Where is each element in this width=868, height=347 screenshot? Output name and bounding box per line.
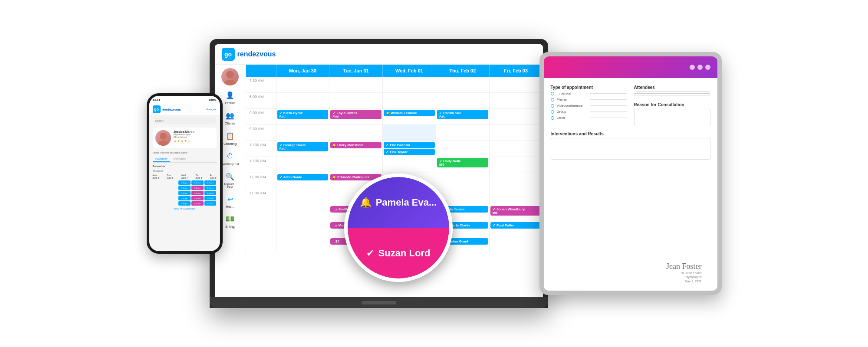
phone-tab-information[interactable]: Information <box>170 156 188 162</box>
cal-cell-mon-800 <box>276 93 330 108</box>
tablet-dot-3 <box>705 65 710 70</box>
tablet-dot-1 <box>690 65 695 70</box>
event-sub: Paid <box>332 115 379 118</box>
app-logo: go rendezvous <box>222 48 276 61</box>
phone-logo-icon: go <box>153 105 161 113</box>
cal-cell-mon-1100: John Daule <box>276 173 330 189</box>
app-logo-text: rendezvous <box>237 50 276 58</box>
tablet-sig-info: Dr. Jean Foster Psychologist May 2, 2021 <box>551 271 702 284</box>
event-name: Holly Dalle <box>439 159 486 163</box>
event-price: $95 <box>439 163 486 166</box>
svg-point-2 <box>226 71 234 79</box>
tablet-radio-video[interactable] <box>551 104 554 108</box>
event-price: $95 <box>493 211 539 214</box>
tablet-radio-phone[interactable] <box>551 98 554 101</box>
event-john-daule[interactable]: John Daule <box>277 174 329 180</box>
tablet-label-phone: Phone <box>557 98 587 101</box>
cal-time-1100: 11:00 AM <box>246 173 276 189</box>
cal-header-thu: Thu, Feb 02 <box>436 65 490 77</box>
cal-row-800: 8:00 AM <box>246 93 543 109</box>
phone-week-days: MonJune 5 TueJune 6 WedJune 7 ThuJune 8 … <box>153 174 217 179</box>
tablet-signature: Jean Foster Dr. Jean Foster Psychologist… <box>551 262 710 284</box>
event-kiera-byrne[interactable]: Kiera Byrne Paid <box>277 110 329 119</box>
event-paul-fuller[interactable]: Paul Fuller <box>490 222 542 229</box>
event-harry-mansfield[interactable]: Harry Mansfield <box>330 142 381 148</box>
event-elle-padeski[interactable]: Elle Padeski <box>384 142 435 148</box>
cal-cell-fri-later2: Paul Fuller <box>490 221 543 237</box>
tablet-attendee-line-3 <box>634 95 710 95</box>
cal-time-930: 9:30 AM <box>246 125 276 141</box>
tablet-reason-title: Reason for Consultation <box>634 102 710 107</box>
cal-cell-tue-1000: Harry Mansfield <box>329 141 383 157</box>
phone-carrier: AT&T <box>153 98 161 101</box>
cal-cell-wed-800 <box>383 93 436 108</box>
cal-cell-thu-730 <box>436 77 490 92</box>
event-name: George Davis <box>279 143 326 147</box>
phone-search[interactable]: search <box>153 117 217 124</box>
phone-battery: 100% <box>209 98 217 101</box>
event-name: Erik Taylor <box>386 150 433 154</box>
tablet-type-other: Other <box>551 116 627 120</box>
cal-cell-mon-900: Kiera Byrne Paid <box>276 109 330 124</box>
cal-header-wed: Wed, Feb 01 <box>383 65 436 77</box>
cal-cell-wed-730 <box>383 77 436 92</box>
tablet-label-video: Videoconference <box>557 104 587 108</box>
tablet-radio-other[interactable] <box>551 116 554 120</box>
tablet-radio-group[interactable] <box>551 110 554 114</box>
tablet-type-col: Type of appointment In person Phone <box>551 85 627 126</box>
tablet-reason-box[interactable] <box>634 109 710 126</box>
phone-lang: Français <box>206 108 216 111</box>
event-name: Johan Woodbury <box>493 207 539 211</box>
tablet-type-phone: Phone <box>551 98 627 101</box>
cal-cell-mon-later1 <box>276 205 330 221</box>
event-holly-dalle[interactable]: Holly Dalle $95 <box>437 158 488 167</box>
appointments-icon: 🔍 <box>225 171 235 182</box>
tablet-device: Type of appointment In person Phone <box>539 52 722 295</box>
phone-slots-row-3: 1:00 pm 5:00 pm 1:00 pm <box>153 191 217 195</box>
tablet-attendees-col: Attendees Reason for Consultation <box>634 85 710 126</box>
scene: AT&T 100% go rendezvous Français search <box>0 0 868 347</box>
cal-time-later2 <box>246 221 276 237</box>
event-name: Eduardo Rodriguez <box>332 175 379 179</box>
cal-row-730: 7:30 AM <box>246 77 543 93</box>
phone-view-all[interactable]: View All Availability <box>151 207 219 210</box>
cal-cell-tue-930 <box>329 125 383 141</box>
tablet-label-other: Other <box>557 116 587 120</box>
phone-stars: ★ ★ ★ ★ ★ <box>174 139 214 143</box>
tablet-screen: Type of appointment In person Phone <box>544 56 717 291</box>
phone-avatar <box>155 130 171 146</box>
cal-cell-thu-1100 <box>436 173 490 189</box>
app-header: go rendezvous <box>215 44 543 65</box>
cal-cell-wed-930 <box>383 125 436 141</box>
cal-cell-wed-900: William Leblanc <box>383 109 436 124</box>
phone-slots-row-5: 1:00 pm 1:00 pm 3:00 pm <box>153 201 217 206</box>
phone-tab-availability[interactable]: Availability <box>153 156 170 162</box>
event-george-davis[interactable]: George Davis Paid <box>277 142 329 151</box>
cal-cell-tue-800 <box>329 93 383 108</box>
cal-cell-wed-1030 <box>383 157 436 173</box>
cal-row-900: 9:00 AM Kiera Byrne Paid Layla James <box>246 109 543 125</box>
event-johan-woodbury[interactable]: Johan Woodbury $95 <box>490 206 542 216</box>
cal-cell-mon-1000: George Davis Paid <box>276 141 330 157</box>
event-layla-james[interactable]: Layla James Paid <box>330 110 381 119</box>
cal-cell-mon-later3 <box>276 237 330 253</box>
event-name: Kiera Byrne <box>279 111 326 115</box>
popup-top-name: Pamela Eva... <box>376 197 437 208</box>
tablet-interventions-box[interactable] <box>551 138 710 160</box>
tablet-line-group <box>590 111 627 112</box>
tablet-radio-inperson[interactable] <box>551 92 554 95</box>
tablet-line-phone <box>590 99 627 100</box>
tablet-label-group: Group <box>557 110 587 114</box>
laptop-base-notch <box>362 301 396 304</box>
cal-cell-mon-1030 <box>276 157 330 173</box>
event-randa-sue[interactable]: Randa Sue Paid <box>437 110 488 119</box>
sidebar-item-charting-label: Charting <box>224 142 237 146</box>
clients-icon: 👥 <box>225 110 235 121</box>
event-erik-taylor[interactable]: Erik Taylor <box>384 149 435 155</box>
popup-circle: 🔔 Pamela Eva... ✔ Suzan Lord <box>344 174 453 282</box>
tablet-dots <box>690 65 710 70</box>
tablet-dot-2 <box>697 65 703 70</box>
event-william-leblanc[interactable]: William Leblanc <box>384 110 435 116</box>
cal-cell-thu-930 <box>436 125 490 141</box>
phone-profile-section: Jessica Martin Physiotherapist Clinic Mo… <box>153 128 217 148</box>
